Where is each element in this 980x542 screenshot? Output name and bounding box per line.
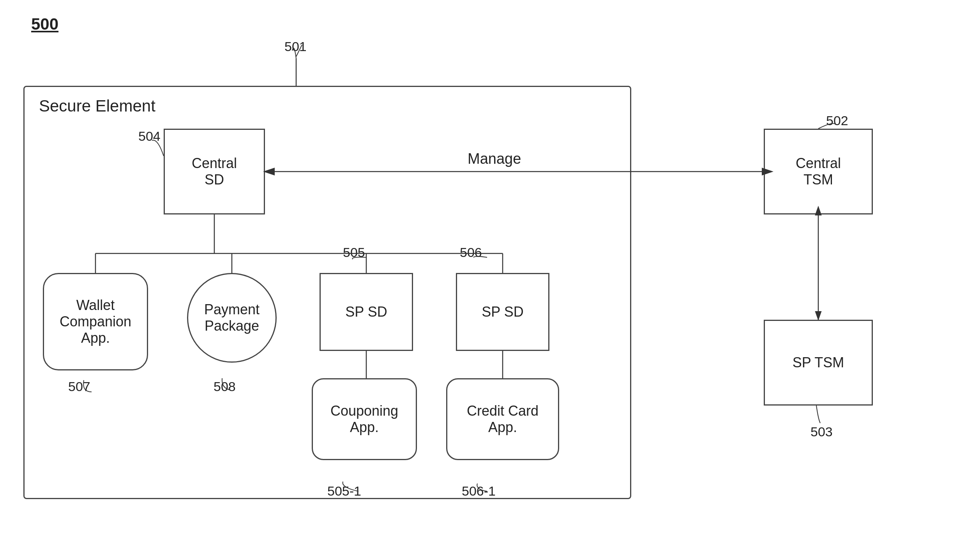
- diagram-container: 500 Secure Element CentralSD CentralTSM …: [0, 0, 980, 542]
- couponing-app-label: CouponingApp.: [330, 403, 398, 436]
- couponing-app-box: CouponingApp.: [312, 378, 417, 460]
- sp-sd-box-2: SP SD: [456, 273, 549, 351]
- central-sd-box: CentralSD: [164, 129, 265, 214]
- ref-505: 505: [343, 245, 365, 260]
- wallet-app-label: WalletCompanionApp.: [60, 297, 131, 346]
- central-tsm-label: CentralTSM: [796, 155, 841, 188]
- sp-sd-1-label: SP SD: [345, 304, 387, 320]
- ref-501: 501: [284, 39, 307, 54]
- ref-507: 507: [68, 379, 90, 394]
- central-sd-label: CentralSD: [192, 155, 237, 188]
- credit-card-app-label: Credit CardApp.: [467, 403, 539, 436]
- sp-sd-2-label: SP SD: [482, 304, 523, 320]
- ref-502: 502: [826, 113, 848, 128]
- ref-504: 504: [138, 129, 161, 144]
- ref-508: 508: [214, 379, 236, 394]
- payment-package-label: PaymentPackage: [204, 301, 260, 334]
- sp-tsm-label: SP TSM: [793, 354, 844, 371]
- ref-505-1: 505-1: [327, 484, 361, 499]
- wallet-app-box: WalletCompanionApp.: [43, 273, 148, 370]
- figure-number: 500: [31, 15, 58, 34]
- credit-card-app-box: Credit CardApp.: [446, 378, 559, 460]
- secure-element-label: Secure Element: [39, 97, 155, 115]
- central-tsm-box: CentralTSM: [764, 129, 873, 214]
- ref-506-1: 506-1: [462, 484, 496, 499]
- sp-tsm-box: SP TSM: [764, 320, 873, 406]
- sp-sd-box-1: SP SD: [320, 273, 413, 351]
- ref-506: 506: [460, 245, 482, 260]
- payment-package-box: PaymentPackage: [187, 273, 277, 363]
- ref-503: 503: [810, 424, 833, 439]
